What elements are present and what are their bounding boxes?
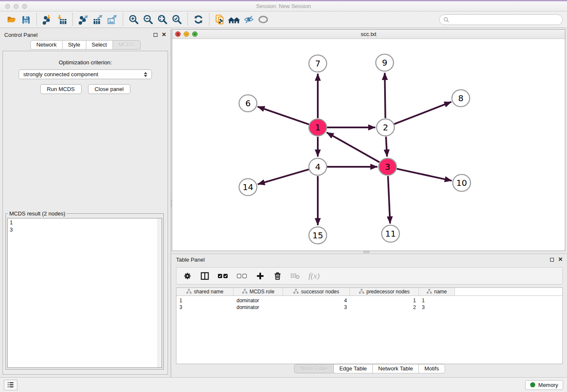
- save-session-button[interactable]: [19, 13, 33, 26]
- tab-mcds[interactable]: MCDS: [113, 40, 140, 50]
- table-cell[interactable]: 4: [283, 298, 350, 304]
- open-session-button[interactable]: [4, 13, 19, 26]
- tab-style[interactable]: Style: [62, 40, 86, 50]
- table-cell[interactable]: 1: [419, 298, 455, 304]
- node-14[interactable]: 14: [239, 179, 257, 196]
- run-mcds-button[interactable]: Run MCDS: [40, 84, 82, 94]
- node-10[interactable]: 10: [453, 174, 471, 191]
- result-scrollbar[interactable]: [157, 218, 162, 367]
- table-cell[interactable]: 3: [283, 304, 350, 310]
- edge-3-10[interactable]: [396, 169, 451, 181]
- zoom-in-button[interactable]: [127, 13, 141, 26]
- close-panel-button[interactable]: Close panel: [88, 84, 131, 94]
- delete-table-button[interactable]: [290, 272, 300, 280]
- table-cell[interactable]: 3: [419, 304, 455, 310]
- edge-2-9[interactable]: [385, 73, 385, 118]
- node-4[interactable]: 4: [309, 158, 327, 175]
- function-builder-button[interactable]: f(x): [308, 271, 319, 281]
- search-input[interactable]: [451, 17, 559, 23]
- table-cell[interactable]: 3: [176, 304, 234, 310]
- node-9[interactable]: 9: [376, 54, 394, 71]
- close-panel-icon[interactable]: ✕: [558, 257, 563, 262]
- edge-4-14[interactable]: [258, 169, 309, 184]
- show-graphics-details-button[interactable]: [256, 13, 270, 26]
- table-panel-title: Table Panel: [176, 257, 205, 263]
- node-8[interactable]: 8: [452, 90, 470, 107]
- unselect-all-columns-button[interactable]: [237, 273, 248, 279]
- close-network-icon[interactable]: x: [175, 31, 181, 37]
- node-7[interactable]: 7: [309, 55, 327, 72]
- search-box[interactable]: [439, 14, 563, 25]
- column-header-shared-name[interactable]: shared name: [176, 288, 234, 295]
- close-panel-icon[interactable]: ✕: [162, 33, 166, 37]
- table-cell[interactable]: dominator: [234, 304, 283, 310]
- column-header-name[interactable]: name: [419, 288, 455, 295]
- node-15[interactable]: 15: [309, 227, 327, 244]
- clone-network-button[interactable]: [213, 13, 227, 26]
- refresh-network-button[interactable]: [191, 13, 206, 26]
- column-header-MCDS-role[interactable]: MCDS role: [234, 288, 283, 295]
- float-panel-icon[interactable]: [550, 258, 554, 262]
- table-cell[interactable]: 1: [350, 298, 419, 304]
- select-all-columns-button[interactable]: [217, 273, 228, 279]
- task-history-button[interactable]: [4, 380, 17, 390]
- edge-1-6[interactable]: [258, 107, 309, 124]
- edge-3-1[interactable]: [327, 133, 380, 162]
- node-6[interactable]: 6: [239, 95, 257, 112]
- minimize-network-icon[interactable]: –: [184, 31, 189, 37]
- checked-boxes-icon: [217, 273, 228, 279]
- table-cell[interactable]: 1: [176, 298, 234, 304]
- table-row[interactable]: 3dominator323: [176, 304, 562, 311]
- maximize-network-icon[interactable]: +: [192, 31, 198, 37]
- mcds-result-box[interactable]: 1 3: [7, 218, 162, 368]
- float-panel-icon[interactable]: [154, 33, 157, 37]
- column-header-predecessor-nodes[interactable]: predecessor nodes: [350, 288, 419, 295]
- node-2[interactable]: 2: [377, 119, 394, 136]
- network-graph[interactable]: 7968124314101511: [172, 39, 565, 251]
- delete-columns-button[interactable]: [273, 271, 282, 281]
- edge-2-3[interactable]: [386, 137, 387, 157]
- network-window-titlebar[interactable]: x – + scc.txt: [172, 30, 565, 39]
- tab-select[interactable]: Select: [86, 40, 113, 50]
- edge-3-11[interactable]: [388, 176, 390, 224]
- export-table-button[interactable]: [91, 13, 105, 26]
- export-network-button[interactable]: [76, 13, 91, 26]
- import-table-button[interactable]: [55, 13, 69, 26]
- unchecked-boxes-icon: [237, 273, 248, 279]
- column-header-successor-nodes[interactable]: successor nodes: [283, 288, 350, 295]
- tab-edge-table[interactable]: Edge Table: [333, 364, 373, 373]
- zoom-out-button[interactable]: [141, 13, 155, 26]
- edge-2-8[interactable]: [394, 102, 451, 124]
- table-row[interactable]: 1dominator411: [176, 297, 562, 304]
- tab-network[interactable]: Network: [30, 40, 63, 50]
- zoom-selected-button[interactable]: [170, 13, 184, 26]
- node-3[interactable]: 3: [379, 158, 396, 175]
- tab-network-table[interactable]: Network Table: [372, 364, 419, 373]
- import-network-button[interactable]: [40, 13, 55, 26]
- memory-button[interactable]: Memory: [525, 380, 563, 390]
- export-image-button[interactable]: [105, 13, 119, 26]
- table-settings-button[interactable]: [183, 271, 192, 281]
- optimization-criterion-select[interactable]: strongly connected component: [19, 69, 152, 79]
- tab-node-table[interactable]: Node Table: [294, 364, 334, 373]
- splitter-grip[interactable]: [363, 251, 369, 253]
- node-table[interactable]: shared nameMCDS rolesuccessor nodesprede…: [176, 287, 563, 364]
- table-cell[interactable]: dominator: [234, 298, 283, 304]
- minimize-window-icon[interactable]: [14, 4, 19, 9]
- window-controls[interactable]: [5, 4, 27, 9]
- table-cell[interactable]: 2: [350, 304, 419, 310]
- columns-icon: [200, 271, 209, 281]
- mcds-result-title: MCDS result (2 nodes): [8, 210, 66, 217]
- maximize-window-icon[interactable]: [22, 4, 27, 9]
- toggle-panel-columns-button[interactable]: [200, 271, 209, 281]
- first-neighbors-button[interactable]: [227, 13, 242, 26]
- close-window-icon[interactable]: [5, 4, 10, 9]
- column-header-label: successor nodes: [301, 289, 339, 295]
- node-1[interactable]: 1: [309, 119, 327, 136]
- hide-graphics-details-button[interactable]: [242, 13, 256, 26]
- network-canvas[interactable]: 7968124314101511: [172, 39, 565, 251]
- zoom-fit-button[interactable]: [155, 13, 170, 26]
- node-11[interactable]: 11: [382, 225, 399, 242]
- create-new-column-button[interactable]: [256, 271, 265, 281]
- tab-motifs[interactable]: Motifs: [418, 364, 445, 373]
